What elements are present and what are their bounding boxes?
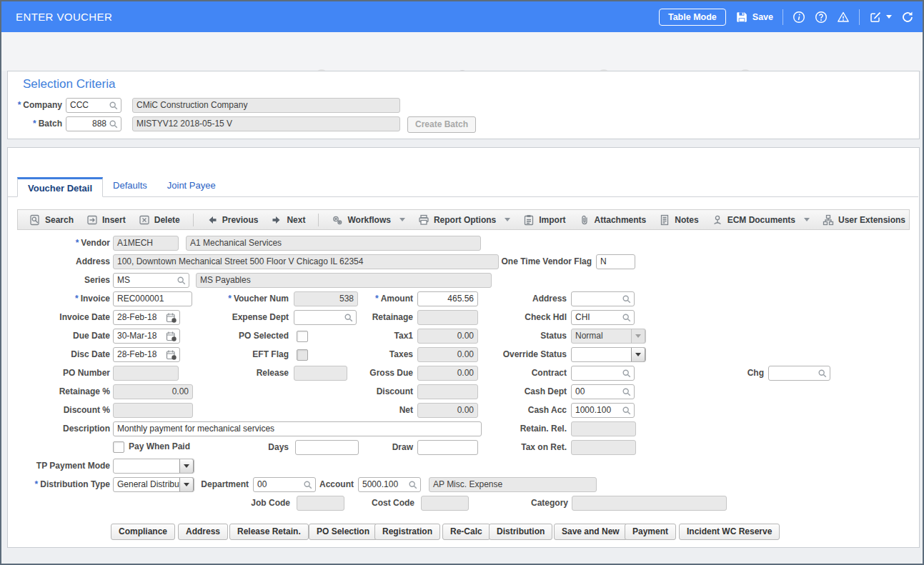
registration-button[interactable]: Registration	[374, 524, 440, 540]
tp-payment-mode-select[interactable]	[113, 459, 194, 474]
account-field[interactable]: 5000.100	[358, 477, 421, 492]
department-label: Department	[177, 477, 249, 492]
series-label: Series	[7, 273, 110, 288]
address-lookup-field[interactable]	[571, 291, 635, 306]
amount-label: *Amount	[316, 291, 413, 306]
distribution-button[interactable]: Distribution	[489, 524, 552, 540]
description-field[interactable]: Monthly payment for mechanical services	[113, 421, 482, 436]
ecm-documents-button[interactable]: ECM Documents	[712, 214, 810, 226]
insert-button[interactable]: Insert	[86, 214, 126, 226]
previous-arrow-icon	[207, 214, 218, 226]
refresh-icon[interactable]	[901, 11, 914, 24]
due-date-field[interactable]: 30-Mar-18	[113, 329, 180, 344]
disc-date-field[interactable]: 28-Feb-18	[113, 347, 180, 362]
tab-voucher-detail[interactable]: Voucher Detail	[17, 177, 103, 197]
next-button[interactable]: Next	[271, 214, 305, 226]
vendor-code-field[interactable]: A1MECH	[113, 236, 179, 251]
company-name-field: CMiC Construction Company	[132, 98, 400, 113]
save-button[interactable]: Save	[735, 11, 773, 24]
user-extensions-button[interactable]: User Extensions	[823, 214, 905, 226]
check-hdl-field[interactable]: CHI	[571, 310, 635, 325]
eft-flag-checkbox[interactable]	[297, 349, 308, 361]
net-label: Net	[316, 403, 413, 418]
ecm-documents-dropdown-caret[interactable]	[804, 218, 810, 221]
notes-button[interactable]: Notes	[659, 214, 698, 226]
address-lookup-label: Address	[459, 291, 567, 306]
compliance-button[interactable]: Compliance	[111, 524, 175, 540]
po-selected-label: PO Selected	[182, 329, 289, 344]
re-calc-button[interactable]: Re-Calc	[442, 524, 490, 540]
search-lookup-icon[interactable]	[622, 406, 632, 416]
pay-when-paid-checkbox[interactable]	[113, 441, 124, 453]
contract-field[interactable]	[571, 366, 635, 381]
disc-date-label: Disc Date	[7, 347, 110, 362]
days-label: Days	[182, 440, 289, 455]
delete-button[interactable]: Delete	[139, 214, 180, 226]
report-options-dropdown-caret[interactable]	[505, 218, 510, 221]
previous-button[interactable]: Previous	[207, 214, 259, 226]
cash-acc-field[interactable]: 1000.100	[571, 403, 635, 418]
search-lookup-icon[interactable]	[177, 276, 187, 286]
release-retain-button[interactable]: Release Retain.	[229, 524, 309, 540]
calendar-icon[interactable]	[166, 312, 177, 324]
override-status-select[interactable]	[571, 347, 646, 362]
ecm-documents-icon	[712, 214, 723, 226]
tp-payment-mode-dropdown-arrow[interactable]	[179, 459, 194, 474]
search-lookup-icon[interactable]	[818, 369, 828, 379]
create-batch-button[interactable]: Create Batch	[407, 116, 476, 133]
po-selected-checkbox[interactable]	[297, 331, 308, 342]
vendor-name-field: A1 Mechanical Services	[186, 236, 481, 251]
cash-acc-label: Cash Acc	[459, 403, 567, 418]
header-separator	[783, 9, 783, 25]
expense-dept-label: Expense Dept	[182, 310, 289, 325]
calendar-icon[interactable]	[166, 331, 177, 342]
incident-wc-reserve-button[interactable]: Incident WC Reserve	[679, 524, 780, 540]
po-selection-button[interactable]: PO Selection	[309, 524, 377, 540]
calendar-icon[interactable]	[166, 349, 177, 361]
company-field[interactable]: CCC	[66, 98, 121, 113]
invoice-date-field[interactable]: 28-Feb-18	[113, 310, 180, 325]
override-status-label: Override Status	[459, 347, 567, 362]
retainage-pct-field: 0.00	[113, 384, 193, 399]
invoice-field[interactable]: REC000001	[113, 291, 192, 306]
warning-icon[interactable]	[837, 11, 850, 24]
check-hdl-label: Check Hdl	[459, 310, 567, 325]
search-lookup-icon[interactable]	[622, 313, 632, 323]
chg-field[interactable]	[768, 366, 830, 381]
address-button[interactable]: Address	[178, 524, 228, 540]
batch-field[interactable]: 888	[66, 116, 121, 131]
workflows-dropdown-caret[interactable]	[399, 218, 405, 221]
one-time-vendor-flag-field[interactable]: N	[596, 254, 635, 269]
search-lookup-icon[interactable]	[622, 369, 632, 379]
info-icon[interactable]	[793, 11, 805, 24]
search-lookup-icon[interactable]	[109, 119, 119, 129]
status-select: Normal	[571, 329, 646, 344]
search-lookup-icon[interactable]	[109, 101, 119, 111]
vendor-label: *Vendor	[7, 236, 110, 251]
series-field[interactable]: MS	[113, 273, 189, 288]
search-lookup-icon[interactable]	[622, 294, 632, 304]
category-field	[572, 496, 727, 511]
tab-defaults[interactable]: Defaults	[103, 176, 157, 196]
report-options-button[interactable]: Report Options	[418, 214, 510, 226]
contract-label: Contract	[459, 366, 567, 381]
printer-icon	[418, 214, 429, 226]
save-icon	[735, 11, 748, 24]
table-mode-button[interactable]: Table Mode	[659, 9, 726, 26]
tp-payment-mode-label: TP Payment Mode	[7, 459, 110, 474]
search-lookup-icon[interactable]	[408, 480, 418, 490]
edit-menu[interactable]	[869, 11, 892, 24]
cash-dept-field[interactable]: 00	[571, 384, 635, 399]
search-button[interactable]: Search	[29, 214, 74, 226]
invoice-label: *Invoice	[7, 291, 110, 306]
override-status-dropdown-arrow[interactable]	[631, 347, 645, 362]
tab-joint-payee[interactable]: Joint Payee	[157, 176, 226, 196]
attachments-button[interactable]: Attachments	[579, 214, 647, 226]
save-and-new-button[interactable]: Save and New	[554, 524, 627, 540]
import-button[interactable]: Import	[523, 214, 565, 226]
workflows-button[interactable]: Workflows	[332, 214, 404, 226]
help-icon[interactable]	[815, 11, 828, 24]
insert-icon	[86, 214, 98, 226]
search-lookup-icon[interactable]	[622, 387, 632, 397]
payment-button[interactable]: Payment	[625, 524, 676, 540]
